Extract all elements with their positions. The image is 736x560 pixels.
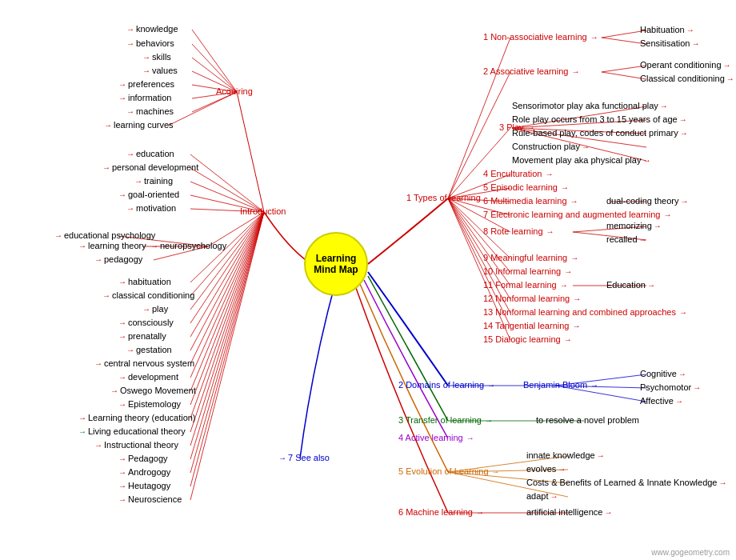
node-development: →development <box>118 372 178 382</box>
svg-line-18 <box>190 212 264 296</box>
node-multimedia: 6 Multimedia learning→ <box>483 196 578 206</box>
transfer-label: 3 Transfer of learning→ <box>398 415 493 425</box>
svg-line-7 <box>168 92 237 126</box>
svg-line-20 <box>190 212 264 323</box>
node-dual-coding: dual-coding theory→ <box>606 196 689 206</box>
node-consciously: →consciously <box>118 318 174 327</box>
node-preferences: →preferences <box>118 79 174 89</box>
types-of-learning-label: 1 Types of learning <box>406 193 481 202</box>
node-meaningful: 9 Meaningful learning→ <box>483 253 578 262</box>
node-nonformal-combined: 13 Nonformal learning and combined appro… <box>483 307 687 317</box>
node-classical-r: Classical conditioning→ <box>640 74 734 83</box>
introduction-label: Introduction <box>240 206 286 216</box>
node-operant: Operant conditioning→ <box>640 60 731 70</box>
node-values: →values <box>142 66 178 75</box>
node-formal: 11 Formal learning→ <box>483 280 568 290</box>
node-sensorimotor: Sensorimotor play aka functional play→ <box>512 101 668 110</box>
node-costs-benefits: Costs & Benefits of Learned & Innate Kno… <box>526 478 727 487</box>
node-episodic: 5 Episodic learning→ <box>483 182 569 192</box>
node-prenatally: →prenatally <box>118 331 166 341</box>
node-affective: Affective→ <box>640 396 683 406</box>
node-cognitive: Cognitive→ <box>640 369 686 378</box>
svg-line-21 <box>190 212 264 337</box>
benjamin-bloom: Benjamin Bloom→ <box>523 380 598 390</box>
node-sensitisation: Sensitisation→ <box>640 38 699 48</box>
node-skills: →skills <box>142 52 171 62</box>
node-habituation: →habituation <box>118 277 171 286</box>
node-information: →information <box>118 93 171 102</box>
node-construction: Construction play→ <box>512 142 590 151</box>
node-assoc: 2 Associative learning→ <box>483 66 579 76</box>
svg-line-32 <box>190 212 264 486</box>
machine-label: 6 Machine learning→ <box>398 507 484 517</box>
center-node: Learning Mind Map <box>304 232 368 296</box>
node-education-r: Education→ <box>606 280 655 290</box>
node-training: →training <box>134 176 173 186</box>
node-goal: →goal-oriented <box>118 190 179 199</box>
node-instructional: →Instructional theory <box>94 440 178 450</box>
node-learning-theory-edu: →Learning theory (education) <box>78 413 196 422</box>
evolution-label: 5 Evolution of Learning→ <box>398 466 500 476</box>
node-psychomotor: Psychomotor→ <box>640 382 701 392</box>
node-rote: 8 Rote learning→ <box>483 226 554 236</box>
svg-line-31 <box>190 212 264 473</box>
node-enculturation: 4 Enculturation→ <box>483 169 553 178</box>
node-learning-curves: →learning curves <box>104 120 174 130</box>
svg-line-33 <box>190 212 264 500</box>
svg-line-1 <box>192 44 237 92</box>
node-recalled: recalled→ <box>606 234 647 244</box>
node-tangential: 14 Tangential learning→ <box>483 321 580 330</box>
acquiring-text: Acquiring <box>216 86 253 96</box>
node-gestation: →gestation <box>126 345 172 354</box>
node-pedagogy-left: →pedagogy <box>94 254 142 264</box>
node-memorizing: memorizing→ <box>606 221 662 230</box>
node-epistemology: →Epistemology <box>118 399 181 409</box>
node-pedagogy2: →Pedagogy <box>118 454 168 463</box>
svg-line-8 <box>190 154 264 212</box>
node-machines: →machines <box>126 106 174 116</box>
node-edu-psych: →educational psychology <box>54 230 155 240</box>
see-also-label: →7 See also <box>278 453 330 462</box>
node-androgogy: →Androgogy <box>118 467 170 477</box>
node-movement-play: Movement play aka physical play→ <box>512 155 650 165</box>
svg-line-19 <box>190 212 264 310</box>
node-habituation-r: Habituation→ <box>640 25 694 34</box>
svg-line-35 <box>448 72 510 198</box>
node-play: →play <box>142 304 168 314</box>
node-classical-cond: →classical conditioning <box>102 290 194 300</box>
node-cns: →central nervous system <box>94 358 194 368</box>
node-roleplay: Role play occurs from 3 to 15 years of a… <box>512 114 687 124</box>
node-personal-dev: →personal development <box>102 162 198 172</box>
node-oswego: →Oswego Movement <box>110 386 196 395</box>
node-behaviors: →behaviors <box>126 38 174 48</box>
node-evolves: evolves→ <box>526 464 566 474</box>
svg-line-9 <box>190 168 264 212</box>
node-non-assoc: 1 Non-associative learning→ <box>483 32 598 42</box>
acquiring-label: Acquiring <box>216 86 253 96</box>
node-electronic: 7 Electronic learning and augmented lear… <box>483 210 671 219</box>
center-label: Learning Mind Map <box>314 253 358 275</box>
domains-label: 2 Domains of learning→ <box>398 380 495 390</box>
node-ai: artificial intelligence→ <box>526 507 612 517</box>
node-rule-based: Rule-based play, codes of conduct primar… <box>512 128 688 138</box>
svg-line-0 <box>192 30 237 92</box>
svg-line-25 <box>190 212 264 391</box>
node-adapt: adapt→ <box>526 491 558 501</box>
node-neuroscience: →Neuroscience <box>118 494 182 504</box>
node-informal: 10 Informal learning→ <box>483 266 572 276</box>
node-heutagogy: →Heutagogy <box>118 481 170 490</box>
svg-line-22 <box>190 212 264 350</box>
mind-map: Learning Mind Map Acquiring →knowledge →… <box>0 0 736 560</box>
node-dialogic: 15 Dialogic learning→ <box>483 334 572 344</box>
active-label: 4 Active learning→ <box>398 433 474 442</box>
node-learning-theory-left: →learning theory <box>78 241 146 250</box>
node-nonformal: 12 Nonformal learning→ <box>483 294 581 303</box>
introduction-text: Introduction <box>240 206 286 216</box>
svg-line-24 <box>190 212 264 378</box>
node-neuropsychology: →neuropsychology <box>150 241 226 250</box>
svg-line-23 <box>190 212 264 364</box>
transfer-sub: to resolve a novel problem <box>536 415 639 425</box>
node-education: →education <box>126 149 174 158</box>
node-innate: innate knowledge→ <box>526 450 605 460</box>
node-knowledge: →knowledge <box>126 24 178 34</box>
